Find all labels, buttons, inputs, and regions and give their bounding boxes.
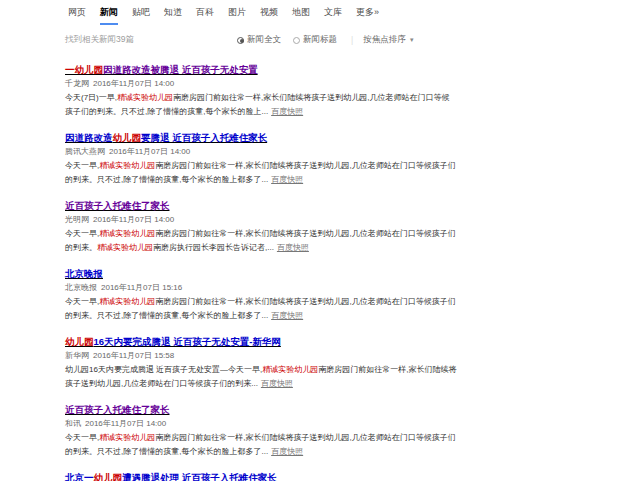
text-segment: 因道路改造: [65, 132, 113, 143]
result-title-link[interactable]: 因道路改造幼儿园要腾退 近百孩子入托难住家长: [65, 131, 267, 145]
text-segment: 南磨房执行园长李园长告诉记者,...: [153, 243, 274, 252]
search-result: 幼儿园16天内要完成腾退 近百孩子无处安置-新华网新华网 2016年11月07日…: [65, 331, 457, 390]
result-count: 找到相关新闻39篇: [65, 34, 237, 46]
nav-tab-video[interactable]: 视频: [260, 6, 278, 23]
result-snippet: 今天一早,精诚实验幼儿园南磨房园门前如往常一样,家长们陆续将孩子送到幼儿园,几位…: [65, 227, 457, 254]
highlighted-keyword: 精诚实验幼儿园: [99, 297, 155, 306]
publish-datetime: 2016年11月07日 14:00: [109, 147, 190, 156]
highlighted-keyword: 精诚实验幼儿园: [262, 365, 318, 374]
text-segment: 近百孩子入托难住了家长: [65, 200, 170, 211]
results-list: 一幼儿园因道路改造被腾退 近百孩子无处安置千龙网 2016年11月07日 14:…: [65, 59, 640, 481]
nav-tab-images[interactable]: 图片: [228, 6, 246, 23]
source-name: 和讯: [65, 419, 81, 428]
radio-news-title[interactable]: 新闻标题: [293, 34, 337, 46]
result-source-line: 腾讯大燕网 2016年11月07日 14:00: [65, 145, 457, 159]
result-source-line: 千龙网 2016年11月07日 14:00: [65, 77, 457, 91]
publish-datetime: 2016年11月07日 15:58: [93, 351, 174, 360]
text-segment: 北京一: [65, 472, 94, 481]
nav-tab-news[interactable]: 新闻: [100, 6, 118, 25]
source-name: 北京晚报: [65, 283, 97, 292]
baidu-snapshot-link[interactable]: 百度快照: [277, 243, 309, 252]
highlighted-keyword: 精诚实验幼儿园: [99, 161, 155, 170]
source-name: 新华网: [65, 351, 89, 360]
result-title-link[interactable]: 近百孩子入托难住了家长: [65, 199, 170, 213]
baidu-snapshot-link[interactable]: 百度快照: [271, 447, 303, 456]
text-segment: 遭遇腾退处理 近百孩子入托难住家长: [122, 472, 277, 481]
result-source-line: 和讯 2016年11月07日 14:00: [65, 417, 457, 431]
search-result: 因道路改造幼儿园要腾退 近百孩子入托难住家长腾讯大燕网 2016年11月07日 …: [65, 127, 457, 186]
search-result: 一幼儿园因道路改造被腾退 近百孩子无处安置千龙网 2016年11月07日 14:…: [65, 59, 457, 118]
source-name: 千龙网: [65, 79, 89, 88]
baidu-snapshot-link[interactable]: 百度快照: [271, 311, 303, 320]
nav-tab-more[interactable]: 更多»: [356, 6, 379, 23]
nav-tab-baike[interactable]: 百科: [196, 6, 214, 23]
source-name: 光明网: [65, 215, 89, 224]
meta-row: 找到相关新闻39篇 新闻全文 新闻标题 | 按焦点排序 ▾: [0, 34, 640, 46]
publish-datetime: 2016年11月07日 14:00: [85, 419, 166, 428]
result-source-line: 北京晚报 2016年11月07日 15:16: [65, 281, 457, 295]
result-title-link[interactable]: 北京一幼儿园遭遇腾退处理 近百孩子入托难住家长: [65, 471, 277, 481]
top-nav: 网页新闻贴吧知道百科图片视频地图文库更多»: [0, 0, 640, 25]
result-snippet: 今天一早,精诚实验幼儿园南磨房园门前如往常一样,家长们陆续将孩子送到幼儿园,几位…: [65, 295, 457, 322]
nav-tab-zhidao[interactable]: 知道: [164, 6, 182, 23]
result-snippet: 今天一早,精诚实验幼儿园南磨房园门前如往常一样,家长们陆续将孩子送到幼儿园,几位…: [65, 159, 457, 186]
result-source-line: 新华网 2016年11月07日 15:58: [65, 349, 457, 363]
text-segment: 今天一早,: [65, 161, 99, 170]
radio-fulltext-label: 新闻全文: [247, 34, 281, 46]
highlighted-keyword: 幼儿园: [65, 336, 94, 347]
text-segment: 16天内要完成腾退 近百孩子无处安置-新华网: [94, 336, 281, 347]
text-segment: 北京晚报: [65, 268, 103, 279]
sort-label: 按焦点排序: [363, 34, 406, 44]
radio-title-label: 新闻标题: [303, 34, 337, 46]
nav-tab-maps[interactable]: 地图: [292, 6, 310, 23]
result-title-link[interactable]: 一幼儿园因道路改造被腾退 近百孩子无处安置: [65, 63, 258, 77]
result-title-link[interactable]: 幼儿园16天内要完成腾退 近百孩子无处安置-新华网: [65, 335, 281, 349]
publish-datetime: 2016年11月07日 14:00: [93, 215, 174, 224]
highlighted-keyword: 精诚实验幼儿园: [99, 433, 155, 442]
text-segment: 今天一早,: [65, 297, 99, 306]
nav-tab-webpage[interactable]: 网页: [68, 6, 86, 23]
highlighted-keyword: 精诚实验幼儿园: [117, 93, 173, 102]
nav-tab-wenku[interactable]: 文库: [324, 6, 342, 23]
text-segment: 今天一早,: [65, 433, 99, 442]
sort-dropdown[interactable]: 按焦点排序 ▾: [363, 34, 413, 46]
filters-divider: |: [351, 35, 353, 45]
highlighted-keyword: 一幼儿园: [65, 64, 103, 75]
result-snippet: 今天(7日)一早,精诚实验幼儿园南磨房园门前如往常一样,家长们陆续将孩子送到幼儿…: [65, 91, 457, 118]
text-segment: 要腾退 近百孩子入托难住家长: [141, 132, 267, 143]
publish-datetime: 2016年11月07日 14:00: [93, 79, 174, 88]
baidu-snapshot-link[interactable]: 百度快照: [261, 379, 293, 388]
baidu-snapshot-link[interactable]: 百度快照: [271, 175, 303, 184]
search-result: 北京晚报北京晚报 2016年11月07日 15:16今天一早,精诚实验幼儿园南磨…: [65, 263, 457, 322]
text-segment: 今天(7日)一早,: [65, 93, 117, 102]
publish-datetime: 2016年11月07日 15:16: [101, 283, 182, 292]
text-segment: 今天一早,: [65, 229, 99, 238]
search-result: 近百孩子入托难住了家长和讯 2016年11月07日 14:00今天一早,精诚实验…: [65, 399, 457, 458]
baidu-snapshot-link[interactable]: 百度快照: [271, 107, 303, 116]
text-segment: 近百孩子入托难住了家长: [65, 404, 170, 415]
radio-news-fulltext[interactable]: 新闻全文: [237, 34, 281, 46]
source-name: 腾讯大燕网: [65, 147, 105, 156]
result-source-line: 光明网 2016年11月07日 14:00: [65, 213, 457, 227]
search-result: 近百孩子入托难住了家长光明网 2016年11月07日 14:00今天一早,精诚实…: [65, 195, 457, 254]
search-result: 北京一幼儿园遭遇腾退处理 近百孩子入托难住家长闽南网 2016年11月08日 0…: [65, 467, 457, 481]
highlighted-keyword: 精诚实验幼儿园: [99, 229, 155, 238]
highlighted-keyword: 幼儿园: [113, 132, 142, 143]
highlighted-keyword: 精诚实验幼儿园: [97, 243, 153, 252]
result-snippet: 今天一早,精诚实验幼儿园南磨房园门前如往常一样,家长们陆续将孩子送到幼儿园,几位…: [65, 431, 457, 458]
search-filters: 新闻全文 新闻标题 | 按焦点排序 ▾: [237, 34, 414, 46]
result-snippet: 幼儿园16天内要完成腾退 近百孩子无处安置—今天一早,精诚实验幼儿园南磨房园门前…: [65, 363, 457, 390]
nav-tab-tieba[interactable]: 贴吧: [132, 6, 150, 23]
radio-selected-icon: [237, 37, 244, 44]
text-segment: 幼儿园16天内要完成腾退 近百孩子无处安置—今天一早,: [65, 365, 262, 374]
caret-down-icon: ▾: [410, 36, 414, 43]
result-title-link[interactable]: 近百孩子入托难住了家长: [65, 403, 170, 417]
text-segment: 因道路改造被腾退 近百孩子无处安置: [103, 64, 258, 75]
result-title-link[interactable]: 北京晚报: [65, 267, 103, 281]
baidu-news-serp: 网页新闻贴吧知道百科图片视频地图文库更多» 找到相关新闻39篇 新闻全文 新闻标…: [0, 0, 640, 481]
highlighted-keyword: 幼儿园: [94, 472, 123, 481]
radio-unselected-icon: [293, 37, 300, 44]
